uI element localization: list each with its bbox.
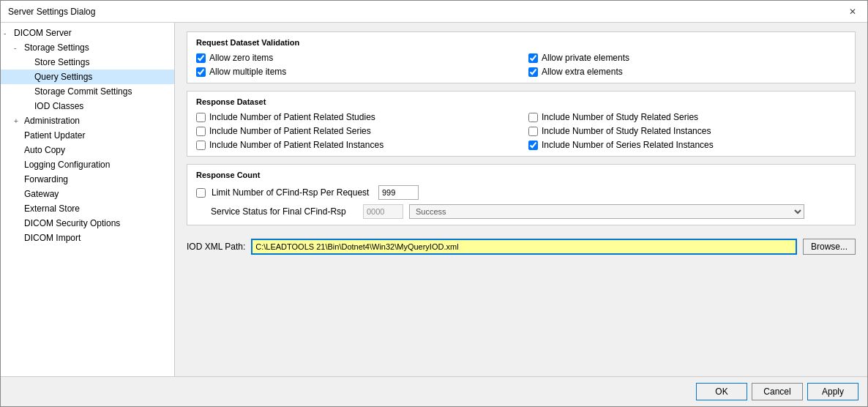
num-series-instances-row: Include Number of Series Related Instanc… [528,140,846,150]
allow-private-elements-checkbox[interactable] [528,53,538,63]
allow-zero-items-checkbox[interactable] [196,53,206,63]
num-patient-studies-checkbox[interactable] [196,113,206,122]
num-study-instances-row: Include Number of Study Related Instance… [528,126,846,136]
request-validation-grid: Allow zero items Allow private elements … [196,53,846,77]
sidebar-item-administration[interactable]: + Administration [1,113,174,128]
num-patient-series-checkbox[interactable] [196,127,206,136]
sidebar-item-external-store[interactable]: External Store [1,201,174,216]
sidebar-item-storage-commit[interactable]: Storage Commit Settings [1,84,174,99]
num-series-instances-checkbox[interactable] [528,141,538,150]
num-study-instances-label: Include Number of Study Related Instance… [542,126,711,136]
sidebar-item-query-settings[interactable]: Query Settings [1,70,174,84]
allow-private-label: Allow private elements [542,53,629,63]
num-series-instances-label: Include Number of Series Related Instanc… [542,140,714,150]
sidebar-label-iod-classes: IOD Classes [34,101,83,111]
num-study-series-checkbox[interactable] [528,113,538,122]
service-status-row: Service Status for Final CFind-Rsp Succe… [196,204,846,219]
sidebar-item-storage-settings[interactable]: - Storage Settings [1,40,174,55]
iod-path-row: IOD XML Path: Browse... [187,233,856,258]
num-study-series-label: Include Number of Study Related Series [542,112,698,122]
sidebar-item-forwarding[interactable]: Forwarding [1,172,174,187]
sidebar-label-copy: Auto Copy [24,145,65,155]
sidebar-label-patient: Patient Updater [24,130,85,141]
allow-extra-row: Allow extra elements [528,67,846,77]
allow-private-row: Allow private elements [528,53,846,63]
apply-button[interactable]: Apply [807,383,858,400]
response-dataset-grid: Include Number of Patient Related Studie… [196,112,846,150]
response-dataset-title: Response Dataset [196,97,846,106]
iod-path-input[interactable] [251,239,797,255]
service-status-label: Service Status for Final CFind-Rsp [196,206,357,217]
num-patient-studies-row: Include Number of Patient Related Studie… [196,112,514,122]
browse-button[interactable]: Browse... [803,239,856,255]
response-count-grid: Limit Number of CFind-Rsp Per Request Se… [196,185,846,219]
sidebar-item-dicom-import[interactable]: DICOM Import [1,231,174,245]
server-settings-dialog: Server Settings Dialog ✕ - DICOM Server … [0,0,868,407]
dialog-title: Server Settings Dialog [8,7,95,17]
allow-multiple-label: Allow multiple items [209,67,286,77]
sidebar-item-dicom-server[interactable]: - DICOM Server [1,26,174,40]
service-status-dropdown[interactable]: Success [409,204,804,219]
collapse-icon-storage: - [14,44,24,52]
sidebar-label-forward: Forwarding [24,174,68,184]
close-icon: ✕ [849,7,856,17]
limit-checkbox[interactable] [196,188,206,198]
expand-icon-admin: + [14,117,24,125]
sidebar-label-storage: Storage Settings [24,42,89,53]
limit-label: Limit Number of CFind-Rsp Per Request [212,187,373,198]
sidebar-item-store-settings[interactable]: Store Settings [1,55,174,70]
service-status-code [363,204,403,219]
sidebar-label-commit: Storage Commit Settings [34,86,132,97]
num-patient-instances-label: Include Number of Patient Related Instan… [209,140,384,150]
main-panel: Request Dataset Validation Allow zero it… [175,23,867,376]
allow-extra-label: Allow extra elements [542,67,623,77]
sidebar-label-ext: External Store [24,204,80,214]
num-patient-instances-row: Include Number of Patient Related Instan… [196,140,514,150]
num-patient-series-row: Include Number of Patient Related Series [196,126,514,136]
num-patient-instances-checkbox[interactable] [196,141,206,150]
allow-extra-elements-checkbox[interactable] [528,67,538,77]
request-validation-section: Request Dataset Validation Allow zero it… [187,31,856,83]
sidebar-item-iod-classes[interactable]: IOD Classes [1,99,174,113]
sidebar-label-store: Store Settings [34,57,89,67]
ok-button[interactable]: OK [696,383,747,400]
sidebar-label-gateway: Gateway [24,189,59,199]
sidebar-label-query: Query Settings [34,72,92,82]
sidebar-label-security: DICOM Security Options [24,218,120,228]
allow-zero-label: Allow zero items [209,53,273,63]
response-count-section: Response Count Limit Number of CFind-Rsp… [187,164,856,225]
sidebar-item-logging[interactable]: Logging Configuration [1,157,174,172]
response-count-title: Response Count [196,171,846,179]
allow-zero-row: Allow zero items [196,53,514,63]
limit-spinbox[interactable] [378,185,419,200]
request-validation-title: Request Dataset Validation [196,38,846,47]
sidebar: - DICOM Server - Storage Settings Store … [1,23,175,376]
sidebar-item-auto-copy[interactable]: Auto Copy [1,143,174,157]
title-bar: Server Settings Dialog ✕ [1,1,867,23]
close-button[interactable]: ✕ [845,4,860,19]
num-study-instances-checkbox[interactable] [528,127,538,136]
sidebar-item-dicom-security[interactable]: DICOM Security Options [1,216,174,231]
limit-row: Limit Number of CFind-Rsp Per Request [196,185,846,200]
iod-path-label: IOD XML Path: [187,242,245,252]
sidebar-label-admin: Administration [24,116,80,126]
cancel-button[interactable]: Cancel [752,383,803,400]
sidebar-item-gateway[interactable]: Gateway [1,187,174,201]
collapse-icon: - [4,29,14,37]
num-patient-series-label: Include Number of Patient Related Series [209,126,371,136]
footer: OK Cancel Apply [1,376,867,406]
response-dataset-section: Response Dataset Include Number of Patie… [187,91,856,157]
num-study-series-row: Include Number of Study Related Series [528,112,846,122]
sidebar-label-dicom-server: DICOM Server [14,28,72,38]
sidebar-label-import: DICOM Import [24,233,81,243]
allow-multiple-items-checkbox[interactable] [196,67,206,77]
dialog-content: - DICOM Server - Storage Settings Store … [1,23,867,376]
allow-multiple-row: Allow multiple items [196,67,514,77]
sidebar-label-logging: Logging Configuration [24,160,110,170]
sidebar-item-patient-updater[interactable]: Patient Updater [1,128,174,143]
num-patient-studies-label: Include Number of Patient Related Studie… [209,112,375,122]
